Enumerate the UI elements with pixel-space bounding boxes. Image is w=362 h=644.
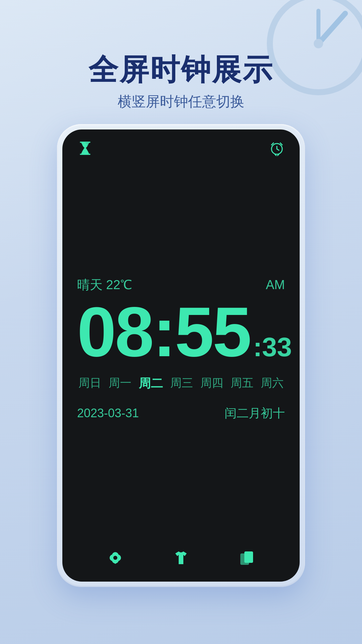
clover-themes-icon[interactable] — [106, 549, 124, 567]
time-minutes: 55 — [175, 292, 251, 371]
weekday-sun: 周日 — [78, 375, 101, 392]
weekday-mon: 周一 — [109, 375, 131, 392]
date-row: 2023-03-31 闰二月初十 — [77, 405, 285, 422]
phone-topbar — [62, 129, 300, 160]
phone-mockup: 晴天 22℃ AM 08:55 :33 周日 周一 周二 周三 周四 — [57, 124, 305, 587]
weather-text: 晴天 22℃ — [77, 276, 132, 293]
svg-line-1 — [318, 13, 345, 44]
tshirt-skin-icon[interactable] — [172, 549, 190, 567]
weekday-tue: 周二 — [139, 375, 163, 392]
weekday-fri: 周五 — [231, 375, 253, 392]
time-hours: 08 — [77, 292, 153, 371]
hourglass-icon[interactable] — [77, 140, 93, 160]
time-display: 08:55 :33 — [77, 297, 285, 367]
theme-color-icon[interactable] — [238, 549, 256, 567]
phone-bottombar — [62, 538, 300, 582]
page-subtitle: 横竖屏时钟任意切换 — [0, 92, 362, 111]
weekday-wed: 周三 — [170, 375, 193, 392]
weekdays-row: 周日 周一 周二 周三 周四 周五 周六 — [77, 375, 285, 392]
alarm-clock-icon[interactable] — [269, 140, 285, 160]
phone-outer-frame: 晴天 22℃ AM 08:55 :33 周日 周一 周二 周三 周四 — [57, 124, 305, 587]
clock-area: 晴天 22℃ AM 08:55 :33 周日 周一 周二 周三 周四 — [62, 160, 300, 538]
weekday-sat: 周六 — [261, 375, 284, 392]
time-hours-minutes: 08:55 — [77, 297, 250, 367]
weekday-thu: 周四 — [200, 375, 223, 392]
am-pm-indicator: AM — [266, 278, 285, 292]
svg-rect-12 — [244, 551, 253, 563]
time-seconds: :33 — [253, 334, 292, 361]
weather-am-row: 晴天 22℃ AM — [77, 276, 285, 293]
page-title: 全屏时钟展示 — [0, 54, 362, 86]
lunar-date: 闰二月初十 — [225, 405, 285, 422]
svg-point-3 — [314, 39, 323, 48]
svg-point-9 — [113, 556, 117, 560]
header-section: 全屏时钟展示 横竖屏时钟任意切换 — [0, 54, 362, 111]
svg-rect-10 — [115, 561, 116, 564]
gregorian-date: 2023-03-31 — [77, 406, 139, 420]
phone-screen: 晴天 22℃ AM 08:55 :33 周日 周一 周二 周三 周四 — [62, 129, 300, 582]
